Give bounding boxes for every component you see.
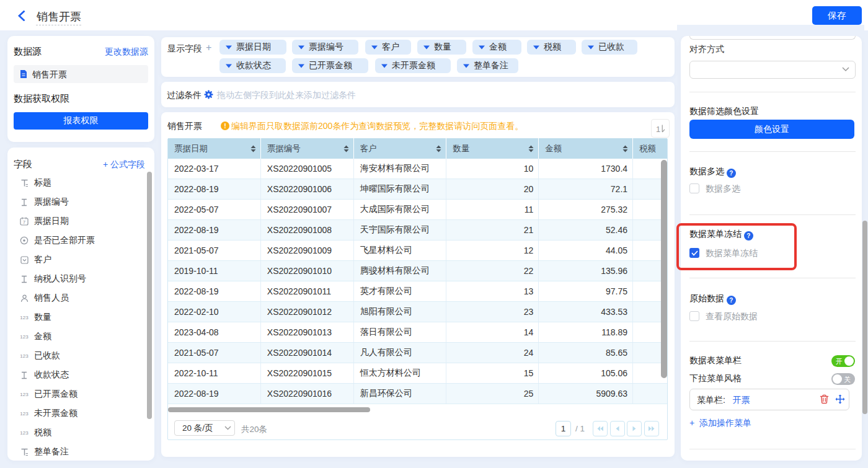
svg-text:1: 1 (656, 124, 660, 133)
svg-text:7: 7 (23, 219, 26, 225)
